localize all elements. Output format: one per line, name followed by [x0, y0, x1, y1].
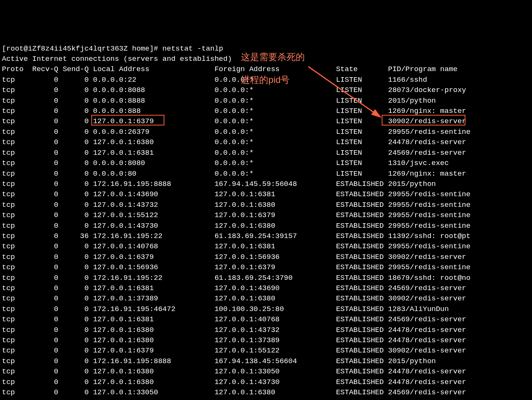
terminal-line: tcp 0 0 0.0.0.0:22 0.0.0.0:* LISTEN 1166…	[2, 75, 530, 85]
terminal-line: tcp 0 0 0.0.0.0:80 0.0.0.0:* LISTEN 1269…	[2, 169, 530, 179]
terminal-line: Proto Recv-Q Send-Q Local Address Foreig…	[2, 64, 530, 75]
terminal-line: tcp 0 0 127.0.0.1:6380 0.0.0.0:* LISTEN …	[2, 137, 530, 148]
terminal-line: tcp 0 0 0.0.0.0:888 0.0.0.0:* LISTEN 126…	[2, 106, 530, 116]
terminal-line: tcp 0 0 127.0.0.1:43732 127.0.0.1:6380 E…	[2, 200, 530, 210]
terminal-line: tcp 0 0 172.16.91.195:46472 100.100.30.2…	[2, 304, 530, 314]
terminal-line: tcp 0 0 127.0.0.1:40768 127.0.0.1:6381 E…	[2, 241, 530, 252]
terminal-line: tcp 0 0 127.0.0.1:55122 127.0.0.1:6379 E…	[2, 210, 530, 221]
terminal-line: tcp 0 0 172.16.91.195:42758 100.100.0.5:…	[2, 398, 530, 400]
terminal-line: tcp 0 0 127.0.0.1:6381 127.0.0.1:43690 E…	[2, 283, 530, 294]
terminal-line: Active Internet connections (servers and…	[2, 54, 530, 64]
terminal-line: tcp 0 0 127.0.0.1:6379 127.0.0.1:56936 E…	[2, 252, 530, 262]
terminal-line: tcp 0 0 0.0.0.0:8080 0.0.0.0:* LISTEN 13…	[2, 158, 530, 168]
terminal-line: tcp 0 0 127.0.0.1:6380 127.0.0.1:43730 E…	[2, 377, 530, 387]
terminal-line: tcp 0 0 127.0.0.1:6380 127.0.0.1:33050 E…	[2, 367, 530, 377]
terminal-line: tcp 0 0 127.0.0.1:33050 127.0.0.1:6380 E…	[2, 387, 530, 398]
terminal-line: tcp 0 0 0.0.0.0:26379 0.0.0.0:* LISTEN 2…	[2, 127, 530, 137]
terminal-line: tcp 0 0 0.0.0.0:8888 0.0.0.0:* LISTEN 20…	[2, 96, 530, 106]
terminal-line: tcp 0 0 127.0.0.1:6381 0.0.0.0:* LISTEN …	[2, 148, 530, 158]
terminal-line: [root@iZf8z4ii45kfjc4lqrt363Z home]# net…	[2, 44, 530, 54]
terminal-line: tcp 0 36 172.16.91.195:22 61.183.69.254:…	[2, 231, 530, 241]
terminal-line: tcp 0 0 127.0.0.1:56936 127.0.0.1:6379 E…	[2, 262, 530, 273]
terminal-line: tcp 0 0 0.0.0.0:8088 0.0.0.0:* LISTEN 28…	[2, 85, 530, 95]
terminal-output: [root@iZf8z4ii45kfjc4lqrt363Z home]# net…	[2, 44, 530, 400]
terminal-line: tcp 0 0 127.0.0.1:6380 127.0.0.1:37389 E…	[2, 335, 530, 346]
terminal-line: tcp 0 0 127.0.0.1:6380 127.0.0.1:43732 E…	[2, 325, 530, 335]
terminal-line: tcp 0 0 172.16.91.195:8888 167.94.145.59…	[2, 179, 530, 189]
terminal-line: tcp 0 0 127.0.0.1:43690 127.0.0.1:6381 E…	[2, 189, 530, 200]
terminal-line: tcp 0 0 172.16.91.195:8888 167.94.138.45…	[2, 356, 530, 367]
terminal-line: tcp 0 0 127.0.0.1:6381 127.0.0.1:40768 E…	[2, 314, 530, 325]
terminal-line: tcp 0 0 127.0.0.1:6379 0.0.0.0:* LISTEN …	[2, 116, 530, 127]
terminal-line: tcp 0 0 172.16.91.195:22 61.183.69.254:3…	[2, 273, 530, 283]
terminal-line: tcp 0 0 127.0.0.1:6379 127.0.0.1:55122 E…	[2, 346, 530, 356]
terminal-line: tcp 0 0 127.0.0.1:43730 127.0.0.1:6380 E…	[2, 221, 530, 231]
terminal-line: tcp 0 0 127.0.0.1:37389 127.0.0.1:6380 E…	[2, 294, 530, 304]
